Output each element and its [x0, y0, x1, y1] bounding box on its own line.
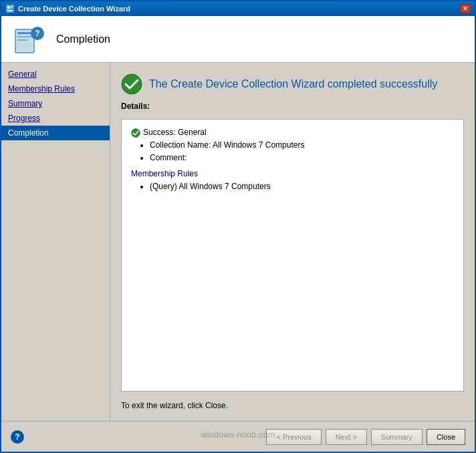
exit-text: To exit the wizard, click Close.: [121, 401, 464, 410]
svg-text:?: ?: [35, 29, 39, 38]
content-area: General Membership Rules Summary Progres…: [1, 63, 475, 421]
previous-button[interactable]: < Previous: [266, 429, 321, 445]
success-icon: [121, 73, 142, 95]
svg-rect-3: [7, 10, 13, 11]
success-title: The Create Device Collection Wizard comp…: [149, 78, 437, 90]
window-icon: [5, 4, 15, 13]
sidebar-item-membership-rules[interactable]: Membership Rules: [1, 82, 110, 96]
collection-name-item: Collection Name: All Windows 7 Computers: [150, 139, 454, 152]
success-header: The Create Device Collection Wizard comp…: [121, 73, 464, 95]
details-box: Success: General Collection Name: All Wi…: [121, 119, 464, 392]
footer-left: ?: [11, 430, 24, 444]
success-general-text: Success: General: [143, 126, 207, 139]
svg-rect-7: [17, 39, 28, 41]
comment-item: Comment:: [150, 152, 454, 164]
next-button[interactable]: Next >: [326, 429, 367, 445]
sidebar-item-completion[interactable]: Completion: [1, 126, 110, 140]
svg-rect-5: [17, 32, 32, 34]
help-button[interactable]: ?: [11, 430, 24, 444]
wizard-window: Create Device Collection Wizard ✕ ? Comp…: [0, 0, 476, 453]
window-title: Create Device Collection Wizard: [18, 5, 130, 13]
header-panel: ? Completion: [1, 16, 475, 63]
close-button[interactable]: Close: [427, 429, 465, 445]
svg-rect-2: [11, 6, 13, 7]
header-title: Completion: [56, 33, 110, 45]
summary-button[interactable]: Summary: [371, 429, 423, 445]
sidebar-item-summary[interactable]: Summary: [1, 96, 110, 111]
svg-rect-6: [17, 36, 32, 37]
details-label: Details:: [121, 102, 464, 111]
sidebar-item-general[interactable]: General: [1, 67, 110, 82]
close-window-button[interactable]: ✕: [460, 4, 471, 13]
main-panel: The Create Device Collection Wizard comp…: [110, 63, 475, 421]
membership-rules-title: Membership Rules: [131, 168, 454, 180]
success-general-line: Success: General: [131, 126, 454, 139]
footer: ? < Previous Next > Summary Close: [1, 421, 475, 452]
general-details-list: Collection Name: All Windows 7 Computers…: [150, 139, 454, 164]
query-item: (Query) All Windows 7 Computers: [150, 180, 454, 193]
header-wizard-icon: ?: [12, 23, 45, 56]
small-check-icon: [131, 128, 140, 138]
footer-buttons: < Previous Next > Summary Close: [266, 429, 465, 445]
sidebar-item-progress[interactable]: Progress: [1, 111, 110, 126]
title-bar: Create Device Collection Wizard ✕: [1, 1, 475, 16]
membership-rules-list: (Query) All Windows 7 Computers: [150, 180, 454, 193]
svg-rect-1: [7, 6, 10, 9]
sidebar: General Membership Rules Summary Progres…: [1, 63, 110, 421]
